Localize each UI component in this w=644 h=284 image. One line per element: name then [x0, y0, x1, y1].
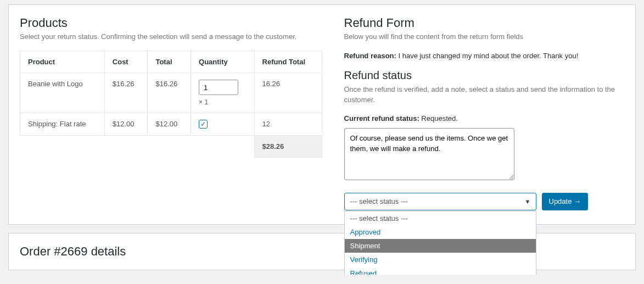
cell-cost: $12.00: [104, 113, 148, 136]
cell-quantity: ✓: [191, 113, 254, 136]
status-option-refused[interactable]: Refused: [345, 266, 536, 275]
grand-total: $28.26: [254, 136, 322, 158]
cell-total: $16.26: [148, 73, 191, 113]
refund-status-desc: Once the refund is verified, add a note,…: [344, 84, 625, 105]
status-dropdown: --- select status --- Approved Shipment …: [344, 211, 536, 275]
current-status-value: Requested.: [421, 114, 458, 122]
products-section: Products Select your return status. Conf…: [20, 16, 322, 210]
th-total: Total: [148, 51, 191, 73]
th-refund-total: Refund Total: [254, 51, 322, 73]
products-subtext: Select your return status. Confirming th…: [20, 32, 322, 41]
status-note-textarea[interactable]: [344, 128, 514, 180]
current-status-line: Current refund status: Requested.: [344, 114, 625, 122]
status-select-wrap: --- select status --- ▼ --- select statu…: [344, 193, 536, 210]
total-row: $28.26: [20, 136, 322, 158]
status-select-row: --- select status --- ▼ --- select statu…: [344, 193, 625, 210]
status-option-default[interactable]: --- select status ---: [345, 211, 536, 225]
update-button[interactable]: Update →: [542, 193, 589, 210]
current-status-label: Current refund status:: [344, 114, 422, 122]
status-option-shipment[interactable]: Shipment: [345, 239, 536, 253]
th-cost: Cost: [104, 51, 148, 73]
refund-reason-text: I have just changed my mind about the or…: [396, 52, 578, 60]
th-product: Product: [20, 51, 105, 73]
refund-status-heading: Refund status: [344, 69, 625, 82]
refund-reason-line: Refund reason: I have just changed my mi…: [344, 51, 625, 62]
products-table: Product Cost Total Quantity Refund Total…: [20, 51, 322, 158]
cell-quantity: × 1: [191, 73, 254, 113]
cell-product: Shipping: Flat rate: [20, 113, 105, 136]
order-details-card: Order #2669 details: [8, 233, 636, 270]
refund-card: Products Select your return status. Conf…: [8, 4, 636, 225]
refund-form-subtext: Below you will find the content from the…: [344, 32, 625, 41]
status-option-approved[interactable]: Approved: [345, 225, 536, 239]
th-quantity: Quantity: [191, 51, 254, 73]
quantity-multiplier: × 1: [199, 98, 246, 106]
cell-cost: $16.26: [104, 73, 148, 113]
shipping-checkbox[interactable]: ✓: [199, 120, 208, 129]
cell-product: Beanie with Logo: [20, 73, 105, 113]
table-row: Beanie with Logo $16.26 $16.26 × 1 16.26: [20, 73, 322, 113]
cell-total: $12.00: [148, 113, 191, 136]
quantity-input[interactable]: [199, 80, 238, 95]
table-row: Shipping: Flat rate $12.00 $12.00 ✓ 12: [20, 113, 322, 136]
cell-refund-total: 12: [254, 113, 322, 136]
status-option-verifying[interactable]: Verifying: [345, 253, 536, 266]
refund-form-section: Refund Form Below you will find the cont…: [344, 16, 625, 210]
refund-reason-label: Refund reason:: [344, 52, 396, 60]
status-select[interactable]: --- select status ---: [344, 193, 536, 210]
refund-form-heading: Refund Form: [344, 16, 625, 30]
products-heading: Products: [20, 16, 322, 30]
cell-refund-total: 16.26: [254, 73, 322, 113]
status-select-value: --- select status ---: [350, 197, 408, 205]
